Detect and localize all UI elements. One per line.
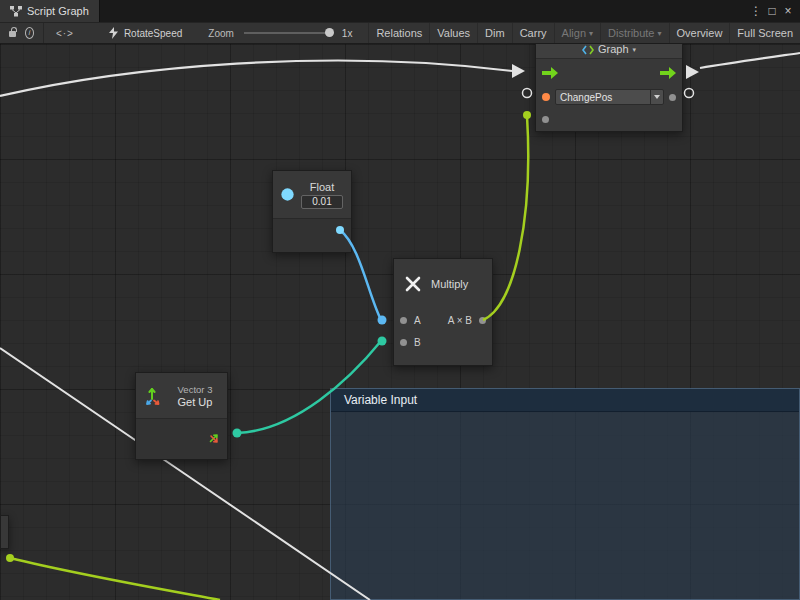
flow-wire-in[interactable]	[0, 61, 512, 96]
multiply-row-b: B	[394, 331, 492, 353]
window-menu-icon[interactable]: ⋮	[748, 4, 764, 18]
variable-port[interactable]	[542, 93, 550, 101]
window-controls: ⋮ □ ×	[748, 0, 800, 22]
vector3-output-port[interactable]	[207, 432, 220, 445]
distribute-button-label: Distribute	[608, 27, 654, 39]
vector-node-port-strip	[136, 418, 227, 459]
float-node[interactable]: Float 0.01	[272, 170, 352, 253]
align-button[interactable]: Align ▾	[554, 23, 600, 43]
input-b-label: B	[414, 337, 421, 348]
toolbar-buttons: Relations Values Dim Carry Align ▾ Distr…	[368, 23, 800, 43]
window-close-icon[interactable]: ×	[780, 4, 796, 18]
values-button[interactable]: Values	[429, 23, 477, 43]
float-node-header: Float 0.01	[273, 171, 351, 218]
tab-title: Script Graph	[27, 5, 89, 17]
fullscreen-button[interactable]: Full Screen	[729, 23, 800, 43]
vector-node-labels: Vector 3 Get Up	[171, 384, 219, 408]
align-button-label: Align	[562, 27, 586, 39]
graph-canvas[interactable]: Variable Input Graph ▾	[0, 44, 800, 600]
event-node-flow-row	[536, 59, 682, 87]
graph-asset-icon	[108, 27, 119, 39]
graph-name: RotateSpeed	[124, 28, 182, 39]
multiply-node-title: Multiply	[431, 278, 468, 290]
input-port-b[interactable]	[400, 339, 407, 346]
vector-wire-start[interactable]	[233, 429, 242, 438]
flow-arrowhead-out	[686, 65, 699, 79]
group-header[interactable]: Variable Input	[331, 389, 799, 412]
event-node-input-row	[536, 107, 682, 131]
multiply-row-a: A A × B	[394, 309, 492, 331]
info-icon[interactable]: i	[25, 27, 34, 39]
float-wire-endpoint[interactable]	[378, 316, 387, 325]
offscreen-node-stub[interactable]	[0, 515, 9, 549]
vector3-get-up-node[interactable]: Vector 3 Get Up	[135, 372, 228, 460]
float-type-icon	[281, 185, 294, 204]
graph-toolbar: i <·> RotateSpeed Zoom 1x Relations Valu…	[0, 22, 800, 44]
chevron-down-icon: ▾	[633, 46, 637, 55]
input-a-label: A	[414, 315, 421, 326]
offscreen-wire-start[interactable]	[6, 554, 14, 562]
unity-script-graph-window: Script Graph ⋮ □ × i <·> RotateSpeed Zoo…	[0, 0, 800, 600]
result-wire-endpoint[interactable]	[523, 111, 531, 119]
zoom-label: Zoom	[208, 28, 234, 39]
output-label: A × B	[448, 315, 472, 326]
unconnected-port-circle[interactable]	[685, 89, 694, 98]
float-node-port-strip	[273, 218, 351, 252]
event-node-title: Graph	[598, 44, 629, 55]
float-node-title: Float	[310, 181, 334, 193]
group-variable-input[interactable]: Variable Input	[330, 388, 800, 600]
output-port[interactable]	[479, 317, 486, 324]
carry-button[interactable]: Carry	[512, 23, 554, 43]
vector3-icon	[144, 386, 164, 406]
flow-wire-out[interactable]	[700, 53, 800, 68]
chevron-down-icon: ▾	[658, 29, 662, 38]
float-value-input[interactable]: 0.01	[301, 195, 343, 209]
chevron-down-icon	[654, 95, 660, 99]
lock-icon[interactable]	[9, 31, 16, 37]
zoom-slider-knob[interactable]	[325, 28, 334, 37]
subgraph-icon	[582, 45, 594, 55]
code-icon[interactable]: <·>	[44, 28, 86, 39]
variable-dropdown[interactable]: ChangePos	[555, 89, 664, 105]
unconnected-port-circle[interactable]	[523, 89, 532, 98]
tab-script-graph[interactable]: Script Graph	[0, 0, 100, 22]
dropdown-button[interactable]	[650, 90, 663, 104]
relations-button[interactable]: Relations	[368, 23, 429, 43]
window-maximize-icon[interactable]: □	[764, 4, 780, 18]
distribute-button[interactable]: Distribute ▾	[600, 23, 668, 43]
value-port[interactable]	[542, 116, 549, 123]
event-node-header[interactable]: Graph ▾	[536, 44, 682, 59]
zoom-control: Zoom 1x	[208, 28, 358, 39]
vector-node-action: Get Up	[178, 396, 213, 408]
tab-bar: Script Graph ⋮ □ ×	[0, 0, 800, 22]
input-port-a[interactable]	[400, 317, 407, 324]
flow-arrowhead-in	[512, 64, 525, 78]
script-graph-icon	[10, 6, 22, 17]
variable-dropdown-value: ChangePos	[556, 92, 650, 103]
vector-node-type: Vector 3	[178, 384, 213, 395]
flow-out-port[interactable]	[660, 67, 676, 79]
flow-in-port[interactable]	[542, 67, 558, 79]
float-node-fields: Float 0.01	[301, 181, 343, 209]
chevron-down-icon: ▾	[589, 29, 593, 38]
multiply-node-header: Multiply	[394, 259, 492, 309]
graph-breadcrumb[interactable]: RotateSpeed	[108, 27, 182, 39]
event-node[interactable]: Graph ▾ ChangePos	[535, 44, 683, 132]
multiply-node[interactable]: Multiply A A × B B	[393, 258, 493, 366]
vector-wire-endpoint[interactable]	[378, 337, 387, 346]
dim-button[interactable]: Dim	[477, 23, 512, 43]
overview-button[interactable]: Overview	[669, 23, 730, 43]
value-port[interactable]	[669, 94, 676, 101]
event-node-variable-row: ChangePos	[536, 87, 682, 107]
multiply-icon	[404, 275, 422, 293]
zoom-slider[interactable]	[244, 32, 334, 34]
offscreen-result-wire[interactable]	[10, 558, 220, 600]
vector-node-header: Vector 3 Get Up	[136, 373, 227, 418]
zoom-value: 1x	[342, 28, 353, 39]
group-title: Variable Input	[344, 393, 417, 407]
